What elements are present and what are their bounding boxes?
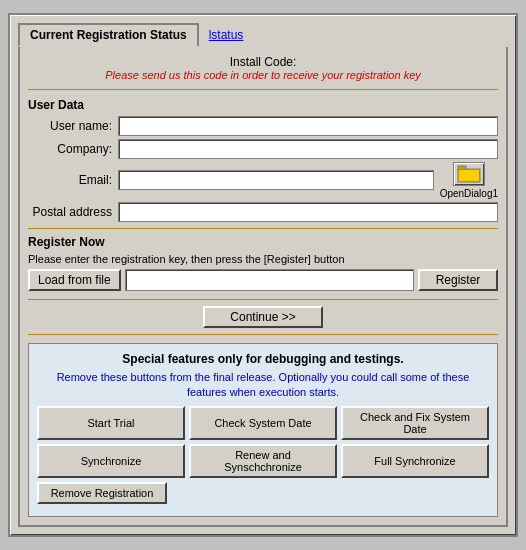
email-row: Email: OpenDialog1 (28, 162, 498, 199)
debug-buttons-row1: Start Trial Check System Date Check and … (37, 406, 489, 440)
load-from-file-button[interactable]: Load from file (28, 269, 121, 291)
debug-description: Remove these buttons from the final rele… (37, 370, 489, 401)
company-row: Company: (28, 139, 498, 159)
full-synchronize-button[interactable]: Full Synchronize (341, 444, 489, 478)
email-label: Email: (28, 173, 118, 187)
main-panel: Install Code: Please send us this code i… (18, 47, 508, 528)
email-input[interactable] (118, 170, 434, 190)
company-input[interactable] (118, 139, 498, 159)
tab-lstatus[interactable]: lstatus (199, 25, 254, 45)
register-now-section: Register Now Please enter the registrati… (28, 228, 498, 291)
postal-label: Postal address (28, 205, 118, 219)
user-data-section: User Data User name: Company: Email: (28, 98, 498, 222)
tab-active-label: Current Registration Status (30, 28, 187, 42)
start-trial-button[interactable]: Start Trial (37, 406, 185, 440)
continue-section: Continue >> (28, 299, 498, 335)
continue-button[interactable]: Continue >> (203, 306, 323, 328)
username-input[interactable] (118, 116, 498, 136)
install-code-label: Install Code: (28, 55, 498, 69)
user-data-title: User Data (28, 98, 498, 112)
open-dialog-label: OpenDialog1 (440, 188, 498, 199)
svg-rect-2 (459, 170, 479, 181)
remove-registration-button[interactable]: Remove Registration (37, 482, 167, 504)
tab-current-registration[interactable]: Current Registration Status (18, 23, 199, 47)
debug-title: Special features only for debugging and … (37, 352, 489, 366)
synchronize-button[interactable]: Synchronize (37, 444, 185, 478)
open-dialog-icon (453, 162, 485, 186)
check-system-date-button[interactable]: Check System Date (189, 406, 337, 440)
open-dialog-button[interactable]: OpenDialog1 (440, 162, 498, 199)
register-now-title: Register Now (28, 235, 498, 249)
main-window: Current Registration Status lstatus Inst… (8, 13, 518, 538)
register-button[interactable]: Register (418, 269, 498, 291)
check-fix-system-date-button[interactable]: Check and Fix System Date (341, 406, 489, 440)
install-code-warning: Please send us this code in order to rec… (28, 69, 498, 81)
registration-key-input[interactable] (125, 269, 414, 291)
install-code-section: Install Code: Please send us this code i… (28, 55, 498, 90)
username-label: User name: (28, 119, 118, 133)
register-row: Load from file Register (28, 269, 498, 291)
company-label: Company: (28, 142, 118, 156)
postal-row: Postal address (28, 202, 498, 222)
debug-buttons-row3: Remove Registration (37, 482, 489, 504)
debug-section: Special features only for debugging and … (28, 343, 498, 518)
register-instruction: Please enter the registration key, then … (28, 253, 498, 265)
tab-inactive-label: lstatus (209, 28, 244, 42)
postal-input[interactable] (118, 202, 498, 222)
tab-bar: Current Registration Status lstatus (18, 23, 508, 47)
username-row: User name: (28, 116, 498, 136)
debug-buttons-row2: Synchronize Renew and Synschchronize Ful… (37, 444, 489, 478)
svg-rect-1 (458, 166, 466, 170)
renew-synchronize-button[interactable]: Renew and Synschchronize (189, 444, 337, 478)
debug-description-text: Remove these buttons from the final rele… (57, 371, 470, 398)
